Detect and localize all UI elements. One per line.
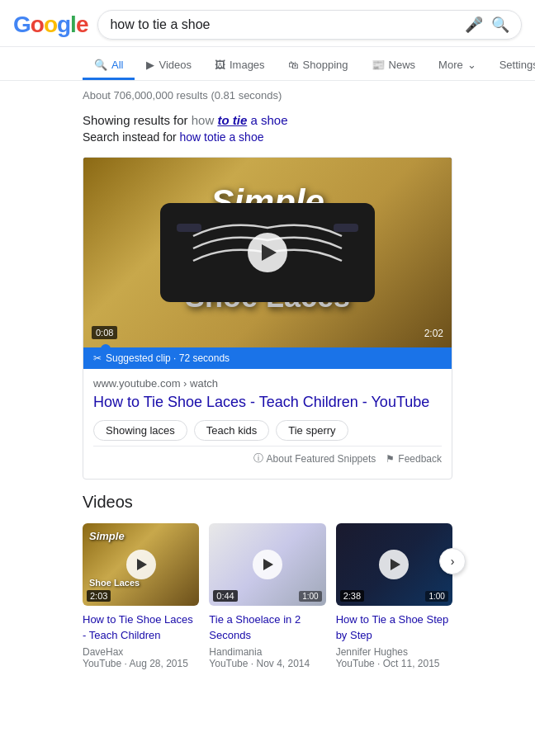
- logo-o1: o: [31, 12, 44, 37]
- card-play-btn-3[interactable]: [379, 550, 409, 579]
- video-card-title-3[interactable]: How to Tie a Shoe Step by Step: [336, 612, 452, 642]
- video-time-end: 2:02: [424, 328, 443, 339]
- about-snippets-button[interactable]: ⓘ About Featured Snippets: [253, 451, 376, 465]
- search-instead-link[interactable]: how totie a shoe: [180, 130, 264, 144]
- search-input[interactable]: [110, 17, 458, 32]
- card-duration-right-3: 1:00: [425, 591, 447, 602]
- nav-item-news[interactable]: 📰 News: [360, 50, 428, 80]
- showing-a-shoe[interactable]: a shoe: [250, 113, 287, 127]
- card-play-btn-2[interactable]: [253, 550, 282, 579]
- card-play-triangle-2: [263, 559, 273, 570]
- clip-icon: ✂: [93, 352, 102, 364]
- nav-item-videos[interactable]: ▶ Videos: [135, 50, 203, 80]
- feedback-label: Feedback: [398, 453, 442, 465]
- info-icon: ⓘ: [253, 451, 263, 465]
- logo-g: G: [13, 12, 31, 37]
- nav-label-all: All: [111, 59, 123, 71]
- video-card-channel-1: DaveHax: [83, 646, 199, 658]
- video-bg: Simple Shoe Laces: [83, 158, 452, 347]
- suggested-clip-label: Suggested clip · 72 seconds: [106, 352, 230, 364]
- feedback-button[interactable]: ⚑ Feedback: [386, 453, 442, 465]
- snippet-footer: ⓘ About Featured Snippets ⚑ Feedback: [93, 446, 442, 470]
- news-icon: 📰: [372, 59, 385, 71]
- results-area: About 706,000,000 results (0.81 seconds)…: [0, 81, 535, 480]
- video-url-text: www.youtube.com › watch: [93, 377, 218, 390]
- chip-teach-kids[interactable]: Teach kids: [194, 420, 269, 441]
- video-result-info: www.youtube.com › watch How to Tie Shoe …: [83, 369, 452, 479]
- video-card-channel-2: Handimania: [209, 646, 325, 658]
- video-card-title-2[interactable]: Tie a Shoelace in 2 Seconds: [209, 612, 325, 642]
- logo-l: l: [70, 12, 76, 37]
- video-card-thumb-3[interactable]: 2:38 1:00: [336, 523, 452, 606]
- video-card-2: 0:44 1:00 Tie a Shoelace in 2 Seconds Ha…: [209, 523, 325, 669]
- video-card-thumb-2[interactable]: 0:44 1:00: [209, 523, 325, 606]
- search-bar-icons: 🎤 🔍: [465, 16, 509, 34]
- showing-results: Showing results for how to tie a shoe: [83, 108, 452, 129]
- video-card-source-3: YouTube · Oct 11, 2015: [336, 658, 452, 669]
- thumb-text-1: Shoe Laces: [89, 578, 140, 588]
- play-triangle-icon: [262, 244, 277, 261]
- thumb-text-top-1: Simple: [89, 530, 125, 542]
- video-cards-container: Simple Shoe Laces 2:03 How to Tie Shoe L…: [83, 523, 452, 669]
- video-card-channel-3: Jennifer Hughes: [336, 646, 452, 658]
- card-play-triangle-3: [391, 559, 400, 570]
- video-time-start: 0:08: [92, 326, 117, 339]
- result-count: About 706,000,000 results (0.81 seconds): [83, 81, 452, 108]
- next-arrow-icon: ›: [451, 555, 455, 568]
- video-url: www.youtube.com › watch: [93, 377, 442, 390]
- suggested-clip-banner: ✂ Suggested clip · 72 seconds: [83, 347, 452, 369]
- showing-label: Showing results for: [83, 113, 188, 127]
- nav-bar: 🔍 All ▶ Videos 🖼 Images 🛍 Shopping 📰 New…: [0, 47, 535, 81]
- card-duration-1: 2:03: [87, 590, 111, 602]
- chip-tie-sperry[interactable]: Tie sperry: [276, 420, 348, 441]
- card-duration-2: 0:44: [213, 590, 237, 602]
- video-card-source-1: YouTube · Aug 28, 2015: [83, 658, 199, 669]
- nav-label-videos: Videos: [159, 59, 192, 71]
- video-card-3: 2:38 1:00 How to Tie a Shoe Step by Step…: [336, 523, 452, 669]
- svg-rect-0: [177, 224, 201, 232]
- nav-label-news: News: [389, 59, 416, 71]
- video-card-source-2: YouTube · Nov 4, 2014: [209, 658, 325, 669]
- nav-label-shopping: Shopping: [303, 59, 348, 71]
- video-card-title-1[interactable]: How to Tie Shoe Laces - Teach Children: [83, 612, 199, 642]
- nav-item-all[interactable]: 🔍 All: [83, 50, 135, 80]
- google-logo: Google: [13, 12, 88, 38]
- chip-showing-laces[interactable]: Showing laces: [93, 420, 187, 441]
- more-chevron-icon: ⌄: [467, 59, 476, 71]
- videos-section-title: Videos: [83, 493, 452, 512]
- header: Google 🎤 🔍: [0, 0, 535, 47]
- flag-icon: ⚑: [386, 453, 395, 465]
- nav-item-shopping[interactable]: 🛍 Shopping: [277, 50, 360, 80]
- video-card-thumb-1[interactable]: Simple Shoe Laces 2:03: [83, 523, 199, 606]
- search-instead-label: Search instead for: [83, 130, 177, 144]
- microphone-icon[interactable]: 🎤: [465, 16, 483, 34]
- video-thumbnail[interactable]: Simple Shoe Laces: [83, 158, 452, 347]
- logo-o2: o: [44, 12, 57, 37]
- nav-label-images: Images: [230, 59, 265, 71]
- shopping-icon: 🛍: [288, 59, 299, 71]
- logo-e: e: [76, 12, 88, 37]
- card-duration-3: 2:38: [340, 590, 364, 602]
- video-card-1: Simple Shoe Laces 2:03 How to Tie Shoe L…: [83, 523, 199, 669]
- search-submit-icon[interactable]: 🔍: [491, 16, 509, 34]
- card-play-btn-1[interactable]: [126, 550, 156, 579]
- showing-to-tie[interactable]: to tie: [217, 113, 247, 127]
- settings-label: Settings: [499, 59, 535, 71]
- card-duration-right-2: 1:00: [299, 591, 321, 602]
- nav-item-images[interactable]: 🖼 Images: [203, 50, 277, 80]
- video-title[interactable]: How to Tie Shoe Laces - Teach Children -…: [93, 393, 442, 412]
- about-snippets-label: About Featured Snippets: [267, 453, 376, 465]
- showing-how: how: [192, 113, 215, 127]
- logo-g2: g: [57, 12, 70, 37]
- search-instead: Search instead for how totie a shoe: [83, 129, 452, 150]
- svg-rect-1: [334, 224, 358, 232]
- nav-label-more: More: [438, 59, 463, 71]
- search-bar[interactable]: 🎤 🔍: [97, 10, 522, 40]
- card-play-triangle-1: [137, 559, 147, 570]
- nav-item-more[interactable]: More ⌄: [427, 50, 488, 80]
- video-play-button[interactable]: [248, 233, 287, 272]
- carousel-next-button[interactable]: ›: [439, 548, 466, 574]
- videos-section: Videos Simple Shoe Laces 2:03 How to Tie…: [0, 480, 535, 682]
- videos-icon: ▶: [146, 59, 154, 71]
- nav-settings[interactable]: Settings: [488, 50, 535, 80]
